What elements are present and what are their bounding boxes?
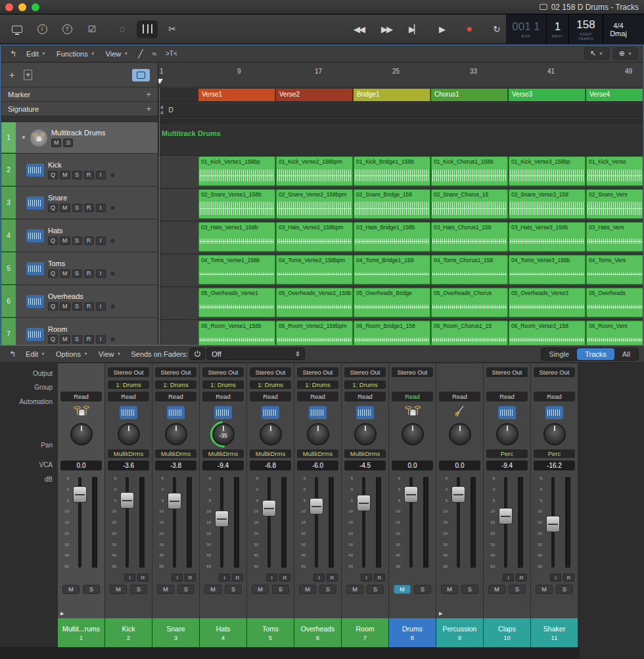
pan-knob[interactable] (260, 423, 282, 445)
track-m-button[interactable]: M (60, 302, 70, 311)
mixer-options-menu[interactable]: Options▼ (51, 348, 93, 360)
stack-disclosure-row[interactable]: ▶ (58, 611, 104, 618)
pan-knob[interactable] (307, 423, 329, 445)
track-s-button[interactable]: S (72, 302, 82, 311)
track-q-button[interactable]: Q (48, 335, 58, 344)
channel-name-plate[interactable]: Hats4 (200, 618, 246, 647)
record-enable-button[interactable]: R (327, 574, 338, 581)
channel-name-plate[interactable]: Drums8 (389, 618, 436, 647)
channel-name-plate[interactable]: Room7 (342, 618, 388, 647)
audio-region[interactable]: 01_Kick_Verse3_158bp (509, 156, 586, 186)
catch-playhead-icon[interactable]: >T< (162, 48, 181, 59)
fader-thumb[interactable] (73, 486, 87, 503)
track-i-button[interactable]: I (96, 269, 106, 278)
track-header-hats[interactable]: 4HatsQMSRI (1, 219, 158, 252)
close-window-button[interactable] (5, 3, 13, 11)
solo-button[interactable]: S (83, 585, 100, 594)
folder-track-row[interactable]: Multitrack Drums (158, 124, 643, 156)
audio-region[interactable]: 01_Kick_Verse1_158bp (198, 156, 275, 186)
audio-region[interactable]: 04_Toms_Vers (586, 255, 643, 284)
marker-bridge1[interactable]: Bridge1 (354, 89, 430, 101)
track-i-button[interactable]: I (96, 302, 106, 311)
mixer-view-menu[interactable]: View▼ (94, 348, 126, 360)
input-monitor-button[interactable]: I (124, 574, 135, 581)
db-display[interactable]: -16.2 (534, 461, 575, 470)
record-button[interactable]: ● (457, 20, 481, 38)
track-i-button[interactable]: I (96, 335, 106, 344)
vca-button[interactable]: MultkDrms (344, 449, 386, 458)
pan-knob[interactable] (70, 423, 93, 445)
track-s-button[interactable]: S (72, 171, 82, 179)
track-m-button[interactable]: M (60, 335, 70, 344)
audio-region[interactable]: 02_Snare_Bridge_158 (354, 189, 430, 219)
solo-button[interactable]: S (177, 585, 195, 594)
add-signature-button[interactable]: + (146, 104, 151, 114)
tracks-edit-menu[interactable]: Edit▼ (22, 48, 51, 60)
automation-button[interactable]: Read (534, 392, 575, 401)
input-monitor-button[interactable]: I (503, 574, 514, 581)
stop-button[interactable]: ▶▏ (402, 20, 426, 38)
track-q-button[interactable]: Q (48, 237, 58, 245)
input-monitor-led[interactable] (110, 336, 116, 342)
vca-button[interactable]: MultkDrms (250, 449, 291, 458)
audio-region[interactable]: 03_Hats_Verse2_158bpm (276, 222, 353, 252)
sends-power-button[interactable] (189, 348, 205, 360)
track-m-button[interactable]: M (60, 204, 70, 212)
input-monitor-button[interactable]: I (550, 574, 561, 581)
db-display[interactable]: -9.4 (486, 461, 528, 470)
automation-button[interactable]: Read (297, 392, 338, 401)
audio-region[interactable]: 02_Snare_Verse2_158bpm (276, 189, 353, 219)
output-button[interactable]: Stereo Out (297, 367, 338, 377)
channel-strip-hats[interactable]: Stereo Out1: DrumsRead-35MultkDrms-9.460… (200, 363, 246, 647)
track-m-button[interactable]: M (51, 139, 62, 147)
audio-region[interactable]: 06_Room_Verse2_158bpm (276, 321, 353, 345)
automation-button[interactable]: Read (392, 392, 433, 401)
track-r-button[interactable]: R (84, 204, 94, 212)
solo-button[interactable]: S (509, 585, 526, 594)
mute-button[interactable]: M (441, 585, 458, 594)
channel-strip-toms[interactable]: Stereo Out1: DrumsReadMultkDrms-6.860510… (247, 363, 294, 647)
mute-button[interactable]: M (346, 585, 363, 594)
audio-region[interactable]: 03_Hats_Bridge1_158b (354, 222, 430, 252)
audio-region[interactable]: 06_Room_Vers (586, 321, 643, 345)
channel-strip-shaker[interactable]: Stereo Out-ReadPerc-16.2605101520304060I… (531, 363, 578, 647)
solo-button[interactable]: S (367, 585, 384, 594)
lcd-beat[interactable]: 1 BEAT (547, 14, 569, 44)
audio-region[interactable]: 03_Hats_Verse1_158b (198, 222, 275, 252)
fader-thumb[interactable] (499, 508, 513, 524)
output-button[interactable]: Stereo Out (534, 367, 575, 377)
mixer-back-arrow-icon[interactable]: ↰ (5, 348, 20, 361)
audio-region[interactable]: 04_Toms_Chorus1_158 (431, 255, 508, 284)
filter-tracks-button[interactable]: Tracks (577, 348, 614, 360)
pointer-tool-menu[interactable]: ↖▼ (584, 47, 609, 60)
db-display[interactable]: 0.0 (392, 461, 433, 470)
automation-button[interactable]: Read (250, 392, 291, 401)
track-q-button[interactable]: Q (48, 171, 58, 179)
audio-region[interactable]: 01_Kick_Verse2_158bpm (276, 156, 353, 186)
solo-button[interactable]: S (225, 585, 242, 594)
output-button[interactable]: Stereo Out (250, 367, 291, 377)
record-enable-button[interactable]: R (185, 574, 196, 581)
track-m-button[interactable]: M (60, 171, 70, 179)
fader-thumb[interactable] (168, 493, 181, 509)
mute-button[interactable]: M (252, 585, 269, 594)
add-marker-button[interactable]: + (146, 89, 151, 99)
audio-region[interactable]: 02_Snare_Verse1_158b (198, 189, 275, 219)
smart-controls-button[interactable]: ◌ (112, 20, 133, 38)
db-display[interactable]: -6.8 (250, 461, 291, 470)
track-header-room[interactable]: 7RoomQMSRI (1, 318, 158, 345)
marker-lane[interactable]: Verse1Verse2Bridge1Chorus1Verse3Verse4 (158, 88, 643, 102)
audio-region[interactable]: 05_Overheads (586, 288, 643, 317)
back-arrow-icon[interactable]: ↰ (6, 47, 20, 60)
db-display[interactable]: -4.5 (344, 461, 386, 470)
track-i-button[interactable]: I (96, 204, 106, 212)
audio-region[interactable]: 04_Toms_Bridge1_158 (354, 255, 430, 284)
audio-region[interactable]: 06_Room_Verse3_158 (509, 321, 586, 345)
pan-knob[interactable]: -35 (212, 423, 235, 445)
automation-button[interactable]: Read (439, 392, 480, 401)
filter-single-button[interactable]: Single (541, 348, 578, 360)
solo-button[interactable]: S (414, 585, 431, 594)
mixer-scrollbar[interactable] (0, 647, 580, 659)
track-s-button[interactable]: S (72, 237, 82, 245)
channel-strip-multit-rums[interactable]: --Read-0.0605101520304060IRMS▶Multit...r… (58, 363, 104, 647)
